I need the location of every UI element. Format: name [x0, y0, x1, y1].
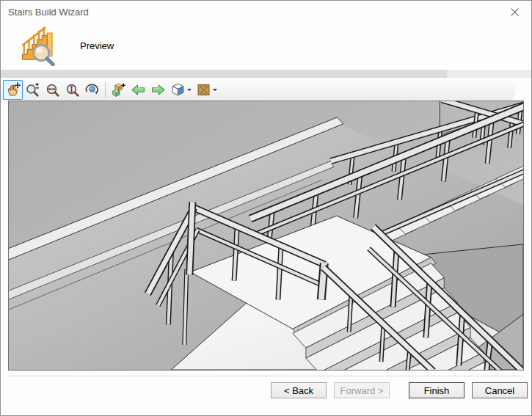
green-arrow-left-icon: [131, 82, 146, 98]
header-separator-band-light: [447, 70, 531, 78]
zoom-in-out-button[interactable]: [23, 80, 43, 100]
orbit-sphere-icon: [84, 82, 100, 98]
display-style-caret: [213, 89, 217, 93]
cubes-plus-icon: [111, 82, 126, 98]
page-title: Preview: [80, 40, 114, 51]
title-bar: Stairs Build Wizard: [1, 1, 531, 23]
view-orientation-caret: [187, 89, 192, 93]
display-style-button[interactable]: [194, 80, 219, 100]
wizard-footer: < Back Forward > Finish Cancel: [1, 376, 531, 398]
step-forward-button[interactable]: [148, 80, 168, 100]
zoom-extents-button[interactable]: [109, 80, 128, 100]
magnifier-height-icon: [65, 82, 80, 98]
magnifier-plus-minus-icon: [25, 82, 40, 98]
green-arrow-right-icon: [150, 82, 166, 98]
stairs-preview-icon: [18, 26, 59, 67]
back-button[interactable]: < Back: [271, 382, 327, 398]
step-back-button[interactable]: [128, 80, 148, 100]
view-orientation-button[interactable]: [168, 80, 194, 100]
cancel-button[interactable]: Cancel: [472, 382, 528, 398]
toolbar-separator: [105, 82, 106, 98]
forward-button[interactable]: Forward >: [334, 382, 390, 398]
orbit-button[interactable]: [82, 80, 102, 100]
header-separator-band: [1, 70, 531, 78]
preview-viewport[interactable]: [8, 101, 524, 371]
wizard-header: Preview: [1, 23, 531, 69]
stairs-build-wizard-dialog: Stairs Build Wizard: [0, 0, 532, 416]
view-cube-icon: [170, 82, 186, 98]
wooden-crate-icon: [196, 82, 211, 98]
close-button[interactable]: [502, 2, 527, 21]
magnifier-width-icon: [45, 82, 60, 98]
zoom-horizontal-button[interactable]: [43, 80, 62, 100]
pan-hand-icon: [5, 82, 21, 98]
stairs-3d-preview: [9, 101, 523, 370]
finish-button[interactable]: Finish: [409, 382, 464, 398]
window-title: Stairs Build Wizard: [8, 7, 89, 18]
pan-tool-button[interactable]: [3, 80, 23, 100]
preview-toolbar: [1, 79, 515, 100]
close-icon: [510, 7, 520, 17]
zoom-vertical-button[interactable]: [62, 80, 82, 100]
